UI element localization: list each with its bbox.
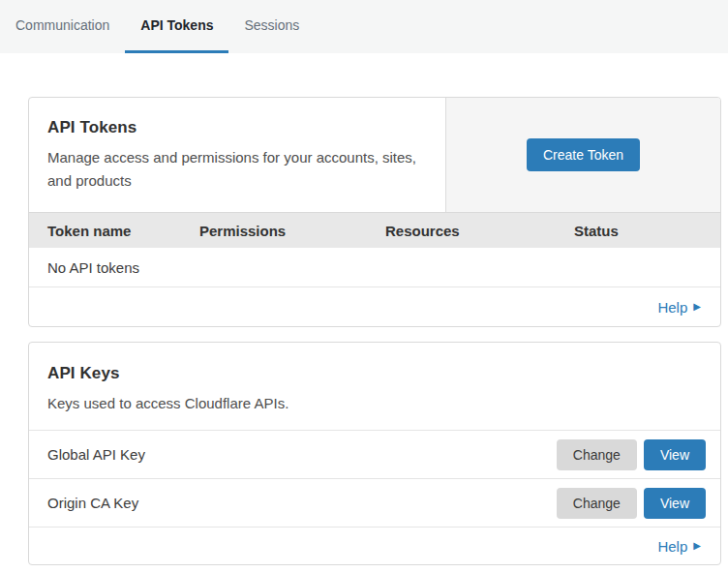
tokens-table-header: Token name Permissions Resources Status [29, 212, 720, 248]
api-tokens-card-header-text: API Tokens Manage access and permissions… [29, 98, 445, 212]
column-header-token-name: Token name [47, 223, 199, 239]
api-tokens-description: Manage access and permissions for your a… [47, 146, 426, 193]
api-tokens-card-header: API Tokens Manage access and permissions… [29, 98, 720, 212]
api-tokens-help-link[interactable]: Help ▶ [657, 299, 701, 316]
api-keys-help-link[interactable]: Help ▶ [657, 538, 701, 555]
api-keys-title: API Keys [47, 364, 701, 383]
key-label-origin-ca-key: Origin CA Key [47, 495, 138, 511]
key-actions-global-api-key: Change View [557, 439, 706, 470]
key-row-origin-ca-key: Origin CA Key Change View [29, 479, 720, 528]
column-header-status: Status [574, 223, 720, 239]
api-tokens-card: API Tokens Manage access and permissions… [28, 97, 721, 327]
api-keys-description: Keys used to access Cloudflare APIs. [47, 392, 701, 415]
key-label-global-api-key: Global API Key [47, 446, 145, 463]
tab-sessions[interactable]: Sessions [228, 0, 315, 53]
column-header-permissions: Permissions [199, 223, 385, 239]
tokens-empty-message: No API tokens [47, 259, 139, 276]
change-origin-ca-key-button[interactable]: Change [557, 488, 637, 519]
main-content: API Tokens Manage access and permissions… [0, 97, 728, 565]
key-actions-origin-ca-key: Change View [557, 488, 706, 519]
api-tokens-card-footer: Help ▶ [29, 287, 720, 326]
help-link-label: Help [657, 299, 687, 316]
help-arrow-icon: ▶ [693, 302, 701, 312]
column-header-resources: Resources [385, 223, 574, 239]
api-tokens-card-header-actions: Create Token [445, 98, 720, 212]
tab-communication[interactable]: Communication [0, 0, 125, 53]
create-token-button[interactable]: Create Token [527, 138, 640, 171]
key-row-global-api-key: Global API Key Change View [29, 431, 720, 479]
view-origin-ca-key-button[interactable]: View [644, 488, 706, 519]
tokens-empty-row: No API tokens [29, 248, 720, 287]
help-arrow-icon: ▶ [693, 541, 701, 551]
api-tokens-title: API Tokens [47, 118, 426, 137]
tab-bar: Communication API Tokens Sessions [0, 0, 728, 53]
api-keys-card: API Keys Keys used to access Cloudflare … [28, 342, 721, 565]
view-global-api-key-button[interactable]: View [644, 439, 706, 470]
api-keys-card-header: API Keys Keys used to access Cloudflare … [29, 343, 720, 431]
api-keys-card-footer: Help ▶ [29, 528, 720, 564]
tab-api-tokens[interactable]: API Tokens [125, 0, 228, 53]
help-link-label: Help [657, 538, 687, 555]
change-global-api-key-button[interactable]: Change [557, 439, 637, 470]
